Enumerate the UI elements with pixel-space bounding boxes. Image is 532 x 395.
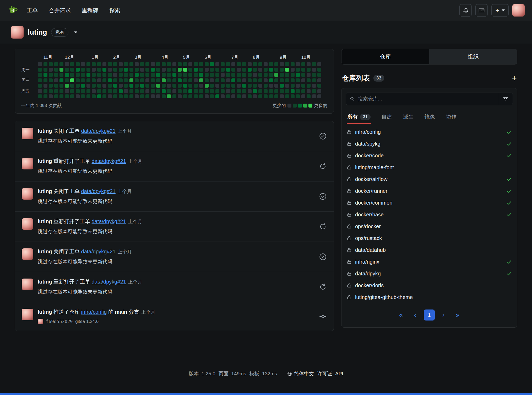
heatmap-cell [317,68,321,72]
repo-list-item[interactable]: docker/runner [341,185,517,197]
repo-list-item[interactable]: docker/base [341,209,517,221]
keyboard-button[interactable] [475,4,488,17]
feed-avatar[interactable] [22,279,33,290]
heatmap-cell [108,78,112,82]
heatmap-cell [226,73,230,77]
heatmap-day-label: 周一 [21,67,30,73]
heatmap-cell [102,73,106,77]
heatmap-cell [205,62,209,66]
filter-tab-all[interactable]: 所有31 [347,109,371,124]
feed-target-link[interactable]: data/dpykg#21 [92,158,126,164]
commit-hash-link[interactable]: f69d552029 [46,319,73,324]
repo-list-item[interactable]: data/spykg [341,138,517,150]
feed-avatar[interactable] [22,218,33,230]
repo-list-item[interactable]: docker/airflow [341,173,517,185]
repo-list-item[interactable]: infra/config [341,126,517,138]
feed-target-link[interactable]: data/dpykg#21 [92,218,126,224]
repo-filter-button[interactable] [498,93,513,105]
repo-list-item[interactable]: infra/nginx [341,256,517,268]
filter-tab-forks[interactable]: 派生 [403,109,414,124]
feed-user-link[interactable]: luting [38,188,52,194]
pagination-next-button[interactable]: › [438,309,449,321]
license-link[interactable]: 许可证 [317,370,332,377]
notifications-button[interactable] [459,4,472,17]
feed-target-link[interactable]: data/dpykg#21 [81,188,116,194]
feed-user-link[interactable]: luting [38,158,52,164]
add-repo-button[interactable]: + [512,74,517,82]
heatmap-cell [253,89,257,93]
repo-list-item[interactable]: docker/doris [341,280,517,291]
feed-target-link[interactable]: infra/config [81,309,107,315]
nav-link-pull-requests[interactable]: 合并请求 [49,7,71,14]
profile-name[interactable]: luting [28,28,47,36]
pagination-last-button[interactable]: » [452,309,463,321]
feed-avatar[interactable] [22,309,33,320]
heatmap-cell [172,68,176,72]
heatmap-cell [92,78,96,82]
heatmap-cell [151,78,155,82]
heatmap-cell [76,62,80,66]
create-new-dropdown[interactable]: + [491,4,509,17]
tab-organizations[interactable]: 组织 [429,49,517,64]
feed-avatar[interactable] [22,248,33,260]
filter-tab-mirrors[interactable]: 镜像 [424,109,436,124]
feed-target-link[interactable]: data/dpykg#21 [92,279,126,285]
bell-icon [463,7,469,14]
heatmap-cell [231,73,235,77]
heatmap-cell [307,78,311,82]
api-link[interactable]: API [335,371,343,377]
heatmap-cell [65,94,69,98]
nav-link-issues[interactable]: 工单 [27,7,38,14]
language-selector[interactable]: 简体中文 [287,370,314,377]
feed-user-link[interactable]: luting [38,309,52,315]
heatmap-cell [226,84,230,88]
feed-user-link[interactable]: luting [38,128,52,134]
pagination-first-button[interactable]: « [395,309,406,321]
filter-tab-sources[interactable]: 自建 [381,109,393,124]
feed-avatar[interactable] [22,188,33,200]
repo-list-item[interactable]: ops/docker [341,221,517,232]
nav-link-explore[interactable]: 探索 [109,7,120,14]
filter-tab-collaborative[interactable]: 协作 [446,109,457,124]
pagination-page-1[interactable]: 1 [424,309,435,321]
heatmap-cell [178,78,182,82]
user-avatar[interactable] [512,4,525,17]
repo-search-input[interactable] [358,96,498,102]
feed-user-link[interactable]: luting [38,279,52,285]
heatmap-month-label: 1月 [92,54,99,60]
heatmap-cell [274,68,278,72]
nav-link-milestones[interactable]: 里程碑 [82,7,98,14]
heatmap-cell [151,62,155,66]
repo-list-item[interactable]: ops/rustack [341,232,517,244]
feed-user-link[interactable]: luting [38,249,52,254]
feed-target-link[interactable]: data/dpykg#21 [81,128,116,134]
feed-timestamp: 上个月 [128,159,142,164]
heatmap-cell [124,94,128,98]
repo-list-item[interactable]: data/dpykg [341,268,517,280]
repo-list-item[interactable]: docker/common [341,197,517,209]
private-badge: 私有 [51,28,68,37]
feed-avatar[interactable] [22,128,33,139]
feed-user-link[interactable]: luting [38,218,52,224]
heatmap-cell [162,89,166,93]
heatmap-cell [113,94,117,98]
repo-name: docker/code [355,153,384,159]
feed-avatar[interactable] [22,158,33,169]
repo-list-item[interactable]: luting/maple-font [341,162,517,173]
profile-avatar[interactable] [11,26,24,39]
heatmap-cell [151,94,155,98]
heatmap-cell [237,89,241,93]
profile-chevron-down-icon[interactable] [74,31,77,33]
repo-list-item[interactable]: data/datahub [341,244,517,256]
heatmap-legend: 更少的 更多的 [273,103,327,109]
language-label: 简体中文 [294,370,314,377]
feed-target-link[interactable]: data/dpykg#21 [81,249,116,254]
repo-list-item[interactable]: docker/code [341,150,517,162]
tab-repositories[interactable]: 仓库 [341,49,429,64]
heatmap-cell [156,84,160,88]
repo-list-item[interactable]: luting/gitea-github-theme [341,291,517,303]
heatmap-cell [296,73,300,77]
gitea-logo[interactable] [7,5,19,16]
heatmap-cell [291,73,295,77]
pagination-prev-button[interactable]: ‹ [410,309,421,321]
